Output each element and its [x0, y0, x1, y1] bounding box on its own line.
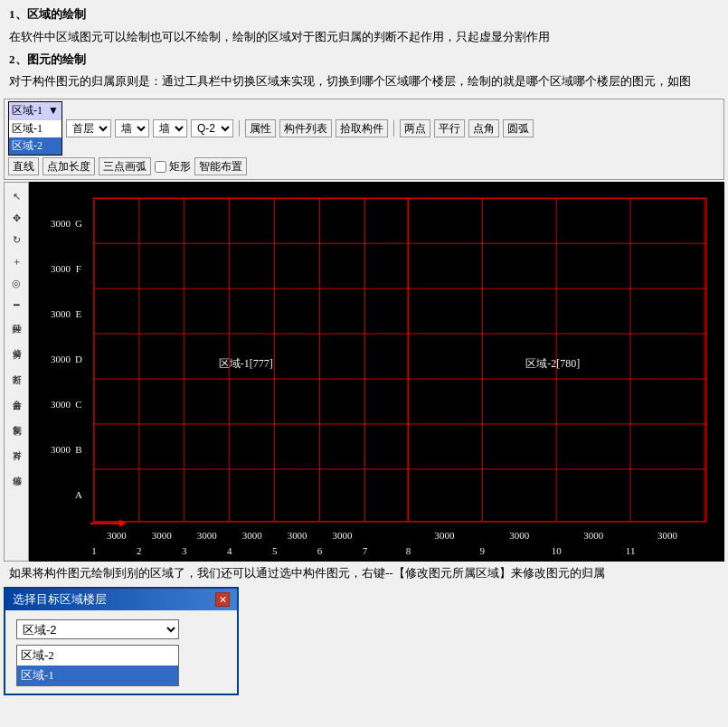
svg-text:3000: 3000 [51, 308, 71, 319]
dialog-list-item-region1[interactable]: 区域-1 [17, 666, 178, 685]
dialog-body: 区域-2 区域-1 区域-2 区域-1 [5, 610, 237, 694]
svg-text:3000: 3000 [434, 530, 454, 541]
sidebar-icon-break[interactable]: ⋮ [6, 371, 26, 391]
svg-text:7: 7 [363, 545, 368, 556]
svg-text:区域-2[780]: 区域-2[780] [525, 357, 580, 370]
sidebar-label-align[interactable]: 对齐 [10, 443, 23, 445]
dialog-list[interactable]: 区域-2 区域-1 [16, 645, 179, 686]
floor-dropdown[interactable]: 首层 [66, 119, 111, 137]
sidebar-icon-plus[interactable]: ＋ [6, 251, 26, 271]
svg-text:10: 10 [552, 545, 562, 556]
svg-text:3000: 3000 [583, 530, 603, 541]
region-selector[interactable]: 区域-1 ▼ 区域-1 区域-2 [8, 101, 62, 156]
sidebar-icon-align[interactable]: ≡ [6, 447, 26, 467]
dialog-title: 选择目标区域楼层 [13, 591, 107, 608]
sidebar-label-offset[interactable]: 偏移 [10, 468, 23, 470]
svg-text:区域-1[777]: 区域-1[777] [219, 357, 273, 370]
sidebar-label-trim[interactable]: 修剪 [10, 342, 23, 344]
canvas-area: G F E D C B A 3000 3000 3000 3000 3000 3… [29, 182, 724, 562]
svg-text:4: 4 [227, 545, 232, 556]
left-sidebar: ↖ ✥ ↻ ＋ ◎ ━ 延伸 ⊢ 修剪 ✂ 打断 ⋮ 合并 ⊞ 复制 ⎘ 对齐 … [4, 182, 29, 562]
two-point-button[interactable]: 两点 [400, 119, 430, 137]
svg-text:2: 2 [137, 545, 141, 556]
dialog-select-wrapper[interactable]: 区域-2 区域-1 [16, 619, 179, 639]
sidebar-icon-extend[interactable]: ⊢ [6, 320, 26, 340]
dialog-overlay: 选择目标区域楼层 ✕ 区域-2 区域-1 区域-2 区域-1 [4, 587, 724, 695]
rectangle-checkbox[interactable] [155, 161, 166, 173]
dialog-row-dropdown: 区域-2 区域-1 [16, 619, 226, 639]
three-point-arc-button[interactable]: 三点画弧 [99, 157, 151, 175]
sidebar-label-extend[interactable]: 延伸 [10, 316, 23, 318]
canvas-svg: G F E D C B A 3000 3000 3000 3000 3000 3… [29, 182, 724, 562]
svg-text:3000: 3000 [107, 530, 127, 541]
svg-text:3000: 3000 [509, 530, 529, 541]
section2-desc: 对于构件图元的归属原则是：通过工具栏中切换区域来实现，切换到哪个区域哪个楼层，绘… [9, 72, 719, 91]
sidebar-icon-line[interactable]: ━ [6, 295, 26, 315]
svg-text:3: 3 [182, 545, 187, 556]
arc-button[interactable]: 圆弧 [503, 119, 534, 137]
svg-text:8: 8 [406, 545, 411, 556]
svg-text:B: B [75, 444, 81, 455]
svg-text:D: D [75, 354, 82, 364]
section1-title: 1、区域的绘制 [9, 5, 719, 24]
svg-text:3000: 3000 [657, 530, 677, 541]
sidebar-label-copy[interactable]: 复制 [10, 418, 23, 420]
sidebar-icon-circle[interactable]: ◎ [6, 273, 26, 293]
svg-text:3000: 3000 [51, 263, 71, 274]
dialog-title-bar: 选择目标区域楼层 ✕ [5, 589, 237, 610]
svg-text:3000: 3000 [51, 354, 71, 364]
svg-text:3000: 3000 [51, 399, 71, 410]
region-header[interactable]: 区域-1 ▼ [9, 102, 61, 120]
line-button[interactable]: 直线 [8, 157, 39, 175]
sidebar-icon-move[interactable]: ✥ [6, 208, 26, 228]
sidebar-icon-trim[interactable]: ✂ [6, 345, 26, 365]
toolbar: 区域-1 ▼ 区域-1 区域-2 首层 墙 墙 Q-2 属性 构件列表 拾取构件… [4, 99, 724, 180]
sidebar-icon-rotate[interactable]: ↻ [6, 230, 26, 250]
svg-text:3000: 3000 [242, 530, 262, 541]
wall-code-dropdown[interactable]: Q-2 [191, 119, 233, 137]
region-dropdown-arrow: ▼ [48, 104, 59, 118]
point-length-button[interactable]: 点加长度 [43, 157, 95, 175]
svg-text:G: G [75, 218, 82, 229]
region-item-2[interactable]: 区域-2 [9, 137, 61, 155]
dialog-close-button[interactable]: ✕ [215, 592, 230, 607]
sidebar-label-merge[interactable]: 合并 [10, 392, 23, 394]
svg-text:3000: 3000 [152, 530, 172, 541]
svg-text:F: F [76, 263, 81, 274]
rectangle-checkbox-label[interactable]: 矩形 [155, 159, 191, 175]
dialog-list-item-region2[interactable]: 区域-2 [17, 646, 178, 666]
point-angle-button[interactable]: 点角 [468, 119, 499, 137]
sidebar-label-break[interactable]: 打断 [10, 367, 23, 369]
toolbar-row2: 直线 点加长度 三点画弧 矩形 智能布置 [8, 156, 720, 177]
separator1 [239, 120, 240, 137]
rectangle-label: 矩形 [169, 159, 191, 175]
dialog-region-dropdown[interactable]: 区域-2 区域-1 [16, 619, 179, 639]
svg-text:11: 11 [626, 545, 636, 556]
dialog-box: 选择目标区域楼层 ✕ 区域-2 区域-1 区域-2 区域-1 [4, 587, 239, 695]
sidebar-icon-copy[interactable]: ⎘ [6, 421, 26, 441]
smart-place-button[interactable]: 智能布置 [194, 157, 247, 175]
svg-text:5: 5 [272, 545, 278, 556]
top-text-section: 1、区域的绘制 在软件中区域图元可以绘制也可以不绘制，绘制的区域对于图元归属的判… [0, 0, 728, 99]
svg-text:3000: 3000 [197, 530, 217, 541]
main-area: ↖ ✥ ↻ ＋ ◎ ━ 延伸 ⊢ 修剪 ✂ 打断 ⋮ 合并 ⊞ 复制 ⎘ 对齐 … [4, 182, 724, 562]
parallel-button[interactable]: 平行 [434, 119, 465, 137]
sidebar-icon-cursor[interactable]: ↖ [6, 186, 26, 206]
region-item-1[interactable]: 区域-1 [9, 120, 61, 137]
svg-text:3000: 3000 [333, 530, 353, 541]
component-list-button[interactable]: 构件列表 [279, 119, 332, 137]
wall-type2-dropdown[interactable]: 墙 [153, 119, 187, 137]
svg-text:3000: 3000 [51, 444, 71, 455]
svg-text:C: C [75, 399, 81, 410]
pick-component-button[interactable]: 拾取构件 [336, 119, 388, 137]
svg-text:1: 1 [91, 545, 96, 556]
svg-text:6: 6 [317, 545, 323, 556]
property-button[interactable]: 属性 [245, 119, 276, 137]
svg-rect-0 [29, 182, 724, 561]
svg-text:3000: 3000 [51, 218, 71, 229]
bottom-text: 如果将构件图元绘制到别的区域了，我们还可以通过选中构件图元，右键--【修改图元所… [0, 562, 728, 583]
wall-type1-dropdown[interactable]: 墙 [115, 119, 149, 137]
svg-text:A: A [75, 489, 82, 500]
sidebar-icon-merge[interactable]: ⊞ [6, 396, 26, 416]
region-current-label: 区域-1 [12, 103, 43, 118]
